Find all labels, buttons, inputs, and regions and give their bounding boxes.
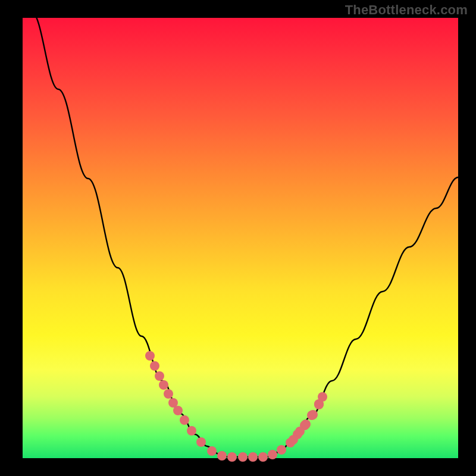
marker-dot — [173, 406, 183, 415]
marker-dot — [277, 445, 286, 455]
marker-dot — [227, 452, 237, 462]
marker-dot — [248, 452, 258, 462]
curve-svg — [23, 18, 458, 458]
marker-dot — [314, 400, 324, 409]
marker-dot — [196, 437, 206, 447]
plot-area — [23, 18, 458, 458]
marker-dot — [295, 427, 305, 436]
marker-dot — [289, 435, 298, 444]
marker-dot — [207, 446, 217, 456]
marker-dots — [145, 351, 327, 462]
marker-dot — [187, 426, 196, 436]
chart-frame: TheBottleneck.com — [0, 0, 476, 476]
marker-dot — [258, 452, 268, 462]
marker-dot — [308, 410, 318, 419]
marker-dot — [217, 451, 227, 461]
curve-paths — [32, 12, 458, 457]
bottleneck-curve — [32, 12, 458, 457]
marker-dot — [159, 380, 168, 390]
watermark-text: TheBottleneck.com — [345, 2, 468, 18]
marker-dot — [150, 361, 159, 371]
marker-dot — [238, 452, 248, 462]
marker-dot — [268, 450, 277, 459]
marker-dot — [180, 415, 189, 425]
marker-dot — [164, 389, 173, 399]
marker-dot — [155, 371, 164, 381]
marker-dot — [145, 351, 155, 361]
